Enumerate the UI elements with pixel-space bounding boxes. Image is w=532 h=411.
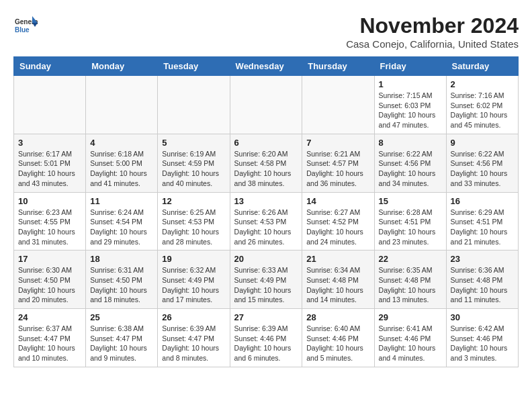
table-row: 29Sunrise: 6:41 AMSunset: 4:46 PMDayligh…	[374, 309, 446, 367]
day-info: Sunrise: 6:17 AMSunset: 5:01 PMDaylight:…	[18, 149, 81, 189]
day-number: 6	[234, 138, 298, 148]
table-row: 21Sunrise: 6:34 AMSunset: 4:48 PMDayligh…	[302, 250, 374, 309]
day-info: Sunrise: 6:37 AMSunset: 4:47 PMDaylight:…	[18, 324, 81, 363]
day-number: 7	[306, 138, 369, 148]
table-row: 11Sunrise: 6:24 AMSunset: 4:54 PMDayligh…	[86, 192, 158, 250]
day-number: 5	[162, 138, 225, 148]
header-wednesday: Wednesday	[230, 57, 302, 76]
table-row	[230, 76, 302, 134]
day-number: 28	[306, 312, 369, 322]
day-info: Sunrise: 6:19 AMSunset: 4:59 PMDaylight:…	[162, 149, 225, 189]
day-info: Sunrise: 6:39 AMSunset: 4:47 PMDaylight:…	[162, 324, 225, 363]
day-info: Sunrise: 6:42 AMSunset: 4:46 PMDaylight:…	[451, 324, 514, 363]
day-info: Sunrise: 6:27 AMSunset: 4:52 PMDaylight:…	[306, 208, 369, 247]
header-thursday: Thursday	[302, 57, 374, 76]
table-row: 1Sunrise: 7:15 AMSunset: 6:03 PMDaylight…	[374, 76, 446, 134]
table-row: 10Sunrise: 6:23 AMSunset: 4:55 PMDayligh…	[14, 192, 86, 250]
day-number: 1	[379, 79, 442, 89]
day-number: 16	[451, 196, 514, 206]
day-info: Sunrise: 6:20 AMSunset: 4:58 PMDaylight:…	[234, 149, 298, 189]
table-row: 25Sunrise: 6:38 AMSunset: 4:47 PMDayligh…	[86, 309, 158, 367]
table-row: 30Sunrise: 6:42 AMSunset: 4:46 PMDayligh…	[446, 309, 518, 367]
day-number: 4	[90, 138, 153, 148]
day-number: 3	[18, 138, 81, 148]
day-info: Sunrise: 6:39 AMSunset: 4:46 PMDaylight:…	[234, 324, 298, 363]
day-number: 10	[18, 196, 81, 206]
header-tuesday: Tuesday	[158, 57, 230, 76]
day-info: Sunrise: 6:40 AMSunset: 4:46 PMDaylight:…	[306, 324, 369, 363]
day-number: 18	[90, 254, 153, 264]
table-row: 12Sunrise: 6:25 AMSunset: 4:53 PMDayligh…	[158, 192, 230, 250]
day-info: Sunrise: 7:16 AMSunset: 6:02 PMDaylight:…	[451, 91, 514, 130]
title-area: November 2024 Casa Conejo, California, U…	[346, 13, 519, 50]
day-info: Sunrise: 6:35 AMSunset: 4:48 PMDaylight:…	[379, 265, 442, 305]
location: Casa Conejo, California, United States	[346, 38, 519, 50]
day-number: 29	[379, 312, 442, 322]
day-number: 12	[162, 196, 225, 206]
day-number: 9	[451, 138, 514, 148]
day-info: Sunrise: 6:18 AMSunset: 5:00 PMDaylight:…	[90, 149, 153, 189]
day-info: Sunrise: 6:32 AMSunset: 4:49 PMDaylight:…	[162, 265, 225, 305]
day-info: Sunrise: 6:21 AMSunset: 4:57 PMDaylight:…	[306, 149, 369, 189]
day-info: Sunrise: 6:41 AMSunset: 4:46 PMDaylight:…	[379, 324, 442, 363]
day-number: 20	[234, 254, 298, 264]
table-row	[302, 76, 374, 134]
day-number: 15	[379, 196, 442, 206]
day-info: Sunrise: 6:33 AMSunset: 4:49 PMDaylight:…	[234, 265, 298, 305]
table-row: 9Sunrise: 6:22 AMSunset: 4:56 PMDaylight…	[446, 134, 518, 192]
day-info: Sunrise: 6:31 AMSunset: 4:50 PMDaylight:…	[90, 265, 153, 305]
table-row: 22Sunrise: 6:35 AMSunset: 4:48 PMDayligh…	[374, 250, 446, 309]
table-row: 20Sunrise: 6:33 AMSunset: 4:49 PMDayligh…	[230, 250, 302, 309]
day-number: 21	[306, 254, 369, 264]
day-info: Sunrise: 6:26 AMSunset: 4:53 PMDaylight:…	[234, 208, 298, 247]
day-number: 24	[18, 312, 81, 322]
table-row: 7Sunrise: 6:21 AMSunset: 4:57 PMDaylight…	[302, 134, 374, 192]
table-row: 28Sunrise: 6:40 AMSunset: 4:46 PMDayligh…	[302, 309, 374, 367]
header-sunday: Sunday	[14, 57, 86, 76]
header-friday: Friday	[374, 57, 446, 76]
table-row: 17Sunrise: 6:30 AMSunset: 4:50 PMDayligh…	[14, 250, 86, 309]
day-number: 22	[379, 254, 442, 264]
table-row	[86, 76, 158, 134]
table-row: 5Sunrise: 6:19 AMSunset: 4:59 PMDaylight…	[158, 134, 230, 192]
table-row	[158, 76, 230, 134]
day-number: 23	[451, 254, 514, 264]
table-row: 27Sunrise: 6:39 AMSunset: 4:46 PMDayligh…	[230, 309, 302, 367]
day-number: 11	[90, 196, 153, 206]
day-number: 17	[18, 254, 81, 264]
table-row: 3Sunrise: 6:17 AMSunset: 5:01 PMDaylight…	[14, 134, 86, 192]
table-row: 24Sunrise: 6:37 AMSunset: 4:47 PMDayligh…	[14, 309, 86, 367]
day-number: 13	[234, 196, 298, 206]
day-info: Sunrise: 6:30 AMSunset: 4:50 PMDaylight:…	[18, 265, 81, 305]
table-row: 16Sunrise: 6:29 AMSunset: 4:51 PMDayligh…	[446, 192, 518, 250]
header-monday: Monday	[86, 57, 158, 76]
day-number: 25	[90, 312, 153, 322]
header-saturday: Saturday	[446, 57, 518, 76]
day-info: Sunrise: 6:28 AMSunset: 4:51 PMDaylight:…	[379, 208, 442, 247]
day-info: Sunrise: 6:23 AMSunset: 4:55 PMDaylight:…	[18, 208, 81, 247]
table-row: 19Sunrise: 6:32 AMSunset: 4:49 PMDayligh…	[158, 250, 230, 309]
day-number: 2	[451, 79, 514, 89]
table-row: 18Sunrise: 6:31 AMSunset: 4:50 PMDayligh…	[86, 250, 158, 309]
table-row: 2Sunrise: 7:16 AMSunset: 6:02 PMDaylight…	[446, 76, 518, 134]
table-row: 15Sunrise: 6:28 AMSunset: 4:51 PMDayligh…	[374, 192, 446, 250]
logo-icon: General Blue	[13, 13, 38, 38]
day-number: 14	[306, 196, 369, 206]
day-info: Sunrise: 6:36 AMSunset: 4:48 PMDaylight:…	[451, 265, 514, 305]
table-row: 8Sunrise: 6:22 AMSunset: 4:56 PMDaylight…	[374, 134, 446, 192]
table-row: 13Sunrise: 6:26 AMSunset: 4:53 PMDayligh…	[230, 192, 302, 250]
day-info: Sunrise: 6:24 AMSunset: 4:54 PMDaylight:…	[90, 208, 153, 247]
day-info: Sunrise: 6:22 AMSunset: 4:56 PMDaylight:…	[379, 149, 442, 189]
table-row: 26Sunrise: 6:39 AMSunset: 4:47 PMDayligh…	[158, 309, 230, 367]
day-number: 8	[379, 138, 442, 148]
day-info: Sunrise: 6:38 AMSunset: 4:47 PMDaylight:…	[90, 324, 153, 363]
day-info: Sunrise: 6:25 AMSunset: 4:53 PMDaylight:…	[162, 208, 225, 247]
day-info: Sunrise: 7:15 AMSunset: 6:03 PMDaylight:…	[379, 91, 442, 130]
table-row: 4Sunrise: 6:18 AMSunset: 5:00 PMDaylight…	[86, 134, 158, 192]
day-info: Sunrise: 6:29 AMSunset: 4:51 PMDaylight:…	[451, 208, 514, 247]
day-number: 27	[234, 312, 298, 322]
month-title: November 2024	[346, 13, 519, 38]
day-number: 26	[162, 312, 225, 322]
day-number: 30	[451, 312, 514, 322]
logo: General Blue	[13, 13, 38, 38]
